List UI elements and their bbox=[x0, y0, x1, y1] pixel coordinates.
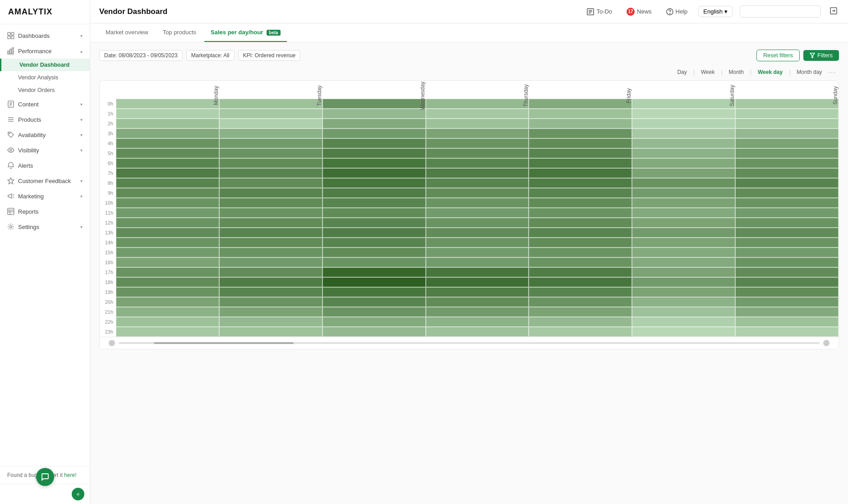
heatmap-cell[interactable] bbox=[116, 168, 219, 178]
heatmap-cell[interactable] bbox=[323, 109, 426, 119]
heatmap-cell[interactable] bbox=[632, 198, 735, 208]
heatmap-cell[interactable] bbox=[426, 198, 529, 208]
heatmap-cell[interactable] bbox=[529, 247, 632, 257]
heatmap-cell[interactable] bbox=[219, 287, 323, 297]
heatmap-cell[interactable] bbox=[632, 267, 735, 277]
search-input[interactable] bbox=[740, 5, 821, 18]
heatmap-cell[interactable] bbox=[323, 277, 426, 287]
heatmap-cell[interactable] bbox=[632, 158, 735, 168]
time-range-week-day[interactable]: Week day bbox=[755, 68, 785, 76]
heatmap-cell[interactable] bbox=[116, 128, 219, 138]
heatmap-cell[interactable] bbox=[219, 198, 323, 208]
heatmap-cell[interactable] bbox=[529, 138, 632, 148]
heatmap-cell[interactable] bbox=[529, 119, 632, 128]
heatmap-cell[interactable] bbox=[735, 238, 839, 247]
sidebar-item-dashboards[interactable]: Dashboards ▾ bbox=[0, 28, 90, 43]
heatmap-cell[interactable] bbox=[219, 247, 323, 257]
heatmap-cell[interactable] bbox=[426, 178, 529, 188]
heatmap-cell[interactable] bbox=[323, 128, 426, 138]
time-range-month[interactable]: Month bbox=[726, 68, 747, 76]
heatmap-cell[interactable] bbox=[426, 148, 529, 158]
heatmap-cell[interactable] bbox=[426, 188, 529, 198]
heatmap-cell[interactable] bbox=[219, 168, 323, 178]
heatmap-cell[interactable] bbox=[632, 287, 735, 297]
heatmap-cell[interactable] bbox=[426, 287, 529, 297]
heatmap-cell[interactable] bbox=[116, 198, 219, 208]
heatmap-cell[interactable] bbox=[116, 148, 219, 158]
heatmap-cell[interactable] bbox=[219, 148, 323, 158]
more-options-icon[interactable]: ··· bbox=[825, 68, 839, 77]
heatmap-cell[interactable] bbox=[426, 267, 529, 277]
heatmap-cell[interactable] bbox=[735, 277, 839, 287]
heatmap-cell[interactable] bbox=[529, 317, 632, 327]
sidebar-item-vendor-orders[interactable]: Vendor Orders bbox=[0, 84, 90, 96]
heatmap-cell[interactable] bbox=[323, 168, 426, 178]
heatmap-cell[interactable] bbox=[735, 148, 839, 158]
heatmap-cell[interactable] bbox=[735, 168, 839, 178]
sidebar-item-vendor-analysis[interactable]: Vendor Analysis bbox=[0, 71, 90, 84]
heatmap-cell[interactable] bbox=[735, 267, 839, 277]
heatmap-cell[interactable] bbox=[529, 188, 632, 198]
heatmap-cell[interactable] bbox=[529, 158, 632, 168]
heatmap-cell[interactable] bbox=[632, 178, 735, 188]
heatmap-cell[interactable] bbox=[529, 267, 632, 277]
todo-button[interactable]: To-Do bbox=[583, 6, 616, 17]
heatmap-cell[interactable] bbox=[426, 327, 529, 337]
heatmap-cell[interactable] bbox=[426, 247, 529, 257]
heatmap-cell[interactable] bbox=[323, 257, 426, 267]
heatmap-cell[interactable] bbox=[219, 327, 323, 337]
heatmap-cell[interactable] bbox=[426, 119, 529, 128]
sidebar-item-products[interactable]: Products ▾ bbox=[0, 112, 90, 127]
heatmap-cell[interactable] bbox=[116, 247, 219, 257]
heatmap-cell[interactable] bbox=[632, 277, 735, 287]
heatmap-cell[interactable] bbox=[632, 228, 735, 238]
filters-button[interactable]: Filters bbox=[803, 50, 839, 61]
time-range-day[interactable]: Day bbox=[674, 68, 689, 76]
heatmap-cell[interactable] bbox=[632, 238, 735, 247]
tab-market-overview[interactable]: Market overview bbox=[99, 23, 155, 42]
news-button[interactable]: 17 News bbox=[623, 6, 655, 18]
heatmap-cell[interactable] bbox=[219, 317, 323, 327]
sidebar-item-vendor-dashboard[interactable]: Vendor Dashboard bbox=[0, 59, 90, 71]
heatmap-cell[interactable] bbox=[529, 287, 632, 297]
heatmap-cell[interactable] bbox=[219, 178, 323, 188]
heatmap-cell[interactable] bbox=[323, 307, 426, 317]
scroll-track[interactable] bbox=[119, 342, 820, 344]
heatmap-cell[interactable] bbox=[529, 228, 632, 238]
heatmap-cell[interactable] bbox=[735, 287, 839, 297]
heatmap-cell[interactable] bbox=[735, 228, 839, 238]
heatmap-cell[interactable] bbox=[735, 208, 839, 218]
heatmap-cell[interactable] bbox=[632, 109, 735, 119]
export-button[interactable] bbox=[828, 5, 839, 18]
sidebar-item-settings[interactable]: Settings ▾ bbox=[0, 219, 90, 234]
heatmap-cell[interactable] bbox=[529, 178, 632, 188]
heatmap-cell[interactable] bbox=[735, 257, 839, 267]
heatmap-cell[interactable] bbox=[323, 267, 426, 277]
heatmap-cell[interactable] bbox=[426, 297, 529, 307]
tab-sales-per-day-hour[interactable]: Sales per day/hour beta bbox=[204, 23, 287, 42]
heatmap-cell[interactable] bbox=[219, 128, 323, 138]
bug-report-link[interactable]: here bbox=[64, 472, 75, 478]
heatmap-cell[interactable] bbox=[323, 238, 426, 247]
heatmap-cell[interactable] bbox=[219, 208, 323, 218]
heatmap-cell[interactable] bbox=[735, 109, 839, 119]
heatmap-cell[interactable] bbox=[426, 277, 529, 287]
heatmap-cell[interactable] bbox=[632, 168, 735, 178]
language-selector[interactable]: English ▾ bbox=[698, 6, 733, 17]
heatmap-cell[interactable] bbox=[116, 208, 219, 218]
heatmap-cell[interactable] bbox=[632, 188, 735, 198]
heatmap-cell[interactable] bbox=[323, 218, 426, 228]
heatmap-cell[interactable] bbox=[632, 247, 735, 257]
heatmap-cell[interactable] bbox=[632, 307, 735, 317]
heatmap-cell[interactable] bbox=[116, 238, 219, 247]
time-range-month-day[interactable]: Month day bbox=[794, 68, 825, 76]
heatmap-cell[interactable] bbox=[219, 307, 323, 317]
heatmap-cell[interactable] bbox=[529, 307, 632, 317]
marketplace-filter-chip[interactable]: Marketplace: All bbox=[186, 50, 235, 61]
heatmap-cell[interactable] bbox=[323, 198, 426, 208]
heatmap-cell[interactable] bbox=[116, 138, 219, 148]
heatmap-cell[interactable] bbox=[735, 158, 839, 168]
heatmap-cell[interactable] bbox=[426, 317, 529, 327]
heatmap-cell[interactable] bbox=[426, 138, 529, 148]
heatmap-cell[interactable] bbox=[529, 109, 632, 119]
